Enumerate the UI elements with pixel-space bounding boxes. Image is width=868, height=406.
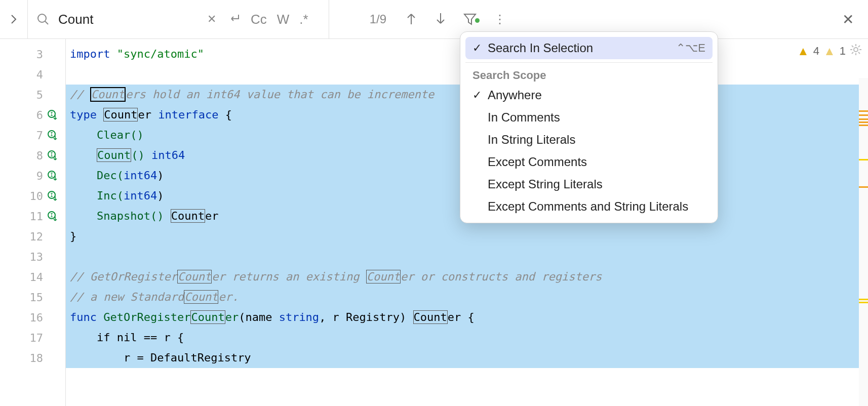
match: Count	[103, 108, 138, 121]
implements-icon	[46, 291, 59, 304]
match: Count	[366, 270, 401, 283]
scroll-markers[interactable]	[859, 78, 868, 406]
search-input[interactable]	[58, 12, 200, 27]
method: Count()	[97, 148, 145, 162]
line-number: 8	[23, 149, 43, 162]
next-match-icon[interactable]	[426, 12, 455, 27]
gutter-row[interactable]: 14	[0, 267, 65, 287]
match: Count	[190, 310, 225, 324]
comment: // a new StandardCounter.	[70, 290, 239, 304]
line-number: 9	[23, 170, 43, 182]
gutter-row[interactable]: 18	[0, 348, 65, 368]
popup-item-label: Except Comments and String Literals	[488, 199, 705, 214]
gutter-row[interactable]: 13	[0, 247, 65, 267]
line-number: 10	[23, 190, 43, 202]
gutter-row[interactable]: 16	[0, 307, 65, 328]
find-toolbar: ✕ Cc W .* 1/9 ⋮ ✕	[0, 0, 868, 39]
type: int64	[151, 149, 185, 161]
search-in-selection-item[interactable]: ✓ Search In Selection ⌃⌥E	[465, 37, 713, 59]
match: Count	[184, 290, 218, 304]
popup-item-label: In String Literals	[488, 133, 705, 147]
svg-text:I: I	[50, 132, 53, 137]
popup-item-label: In Comments	[488, 110, 705, 125]
method: Dec(	[97, 169, 124, 182]
gutter-row[interactable]: 6I	[0, 105, 65, 125]
line-number: 6	[23, 109, 43, 121]
match-count: 1/9	[360, 12, 397, 26]
gutter-row[interactable]: 3	[0, 44, 65, 64]
find-field-group: ✕ Cc W .*	[28, 0, 329, 38]
filter-icon[interactable]	[455, 11, 485, 28]
line-number: 13	[23, 251, 43, 263]
line-number: 17	[23, 332, 43, 344]
comment: // Counters hold an int64 value that can…	[70, 87, 434, 102]
keyword: type	[70, 108, 97, 121]
expand-find-chevron[interactable]	[0, 0, 28, 38]
match: Count	[413, 310, 448, 324]
regex-toggle[interactable]: .*	[294, 12, 313, 27]
implements-icon[interactable]: I	[46, 169, 59, 182]
code: if nil == r {	[70, 331, 184, 344]
search-icon[interactable]	[28, 12, 58, 26]
line-number: 7	[23, 129, 43, 142]
popup-item-label: Except String Literals	[488, 177, 705, 191]
line-number: 18	[23, 352, 43, 364]
multiline-toggle-icon[interactable]	[223, 13, 246, 26]
implements-icon[interactable]: I	[46, 149, 59, 162]
match-current: Count	[90, 87, 126, 102]
clear-search-icon[interactable]: ✕	[200, 13, 223, 26]
scope-item[interactable]: Except String Literals	[465, 173, 713, 195]
prev-match-icon[interactable]	[397, 12, 426, 27]
scope-item[interactable]: ✓Anywhere	[465, 84, 713, 106]
gutter-row[interactable]: 5	[0, 85, 65, 105]
line-number: 12	[23, 230, 43, 243]
svg-point-0	[38, 14, 46, 22]
method: Snapshot()	[97, 210, 171, 222]
implements-icon[interactable]: I	[46, 108, 59, 121]
gutter-row[interactable]: 12	[0, 226, 65, 247]
whole-word-toggle[interactable]: W	[272, 12, 295, 27]
svg-text:I: I	[50, 152, 53, 157]
implements-icon	[46, 48, 59, 61]
filter-active-dot	[475, 18, 480, 23]
svg-text:I: I	[50, 111, 53, 117]
scope-item[interactable]: In Comments	[465, 106, 713, 129]
brace: }	[70, 230, 76, 242]
keyword: func	[70, 311, 97, 323]
match-case-toggle[interactable]: Cc	[246, 12, 272, 27]
gutter-row[interactable]: 4	[0, 64, 65, 85]
keyword: interface	[158, 108, 218, 121]
implements-icon	[46, 88, 59, 101]
popup-section-header: Search Scope	[465, 66, 713, 84]
more-options-icon[interactable]: ⋮	[485, 12, 515, 26]
match: Count	[177, 270, 212, 283]
gutter-row[interactable]: 17	[0, 328, 65, 348]
scope-item[interactable]: Except Comments and String Literals	[465, 195, 713, 218]
line-number: 4	[23, 68, 43, 81]
gutter-row[interactable]: 15	[0, 287, 65, 307]
gutter: 3456I7I8I9I10I11I12131415161718	[0, 39, 66, 406]
method: Clear()	[97, 129, 144, 141]
implements-icon[interactable]: I	[46, 210, 59, 223]
gutter-row[interactable]: 9I	[0, 166, 65, 186]
gutter-row[interactable]: 11I	[0, 206, 65, 226]
match: Count	[171, 209, 205, 223]
keyword: import	[70, 48, 110, 60]
svg-text:I: I	[50, 192, 53, 198]
gutter-row[interactable]: 7I	[0, 125, 65, 145]
implements-icon[interactable]: I	[46, 189, 59, 202]
line-number: 14	[23, 271, 43, 283]
line-number: 15	[23, 291, 43, 304]
line-number: 5	[23, 89, 43, 101]
implements-icon[interactable]: I	[46, 129, 59, 142]
scope-item[interactable]: In String Literals	[465, 129, 713, 151]
line-number: 3	[23, 48, 43, 61]
gutter-row[interactable]: 10I	[0, 186, 65, 206]
comment: // GetOrRegisterCounter returns an exist…	[70, 270, 602, 283]
implements-icon	[46, 68, 59, 81]
svg-line-1	[45, 21, 48, 24]
close-find-icon[interactable]: ✕	[828, 11, 868, 28]
gutter-row[interactable]: 8I	[0, 145, 65, 166]
scope-item[interactable]: Except Comments	[465, 151, 713, 173]
svg-text:I: I	[50, 172, 53, 178]
